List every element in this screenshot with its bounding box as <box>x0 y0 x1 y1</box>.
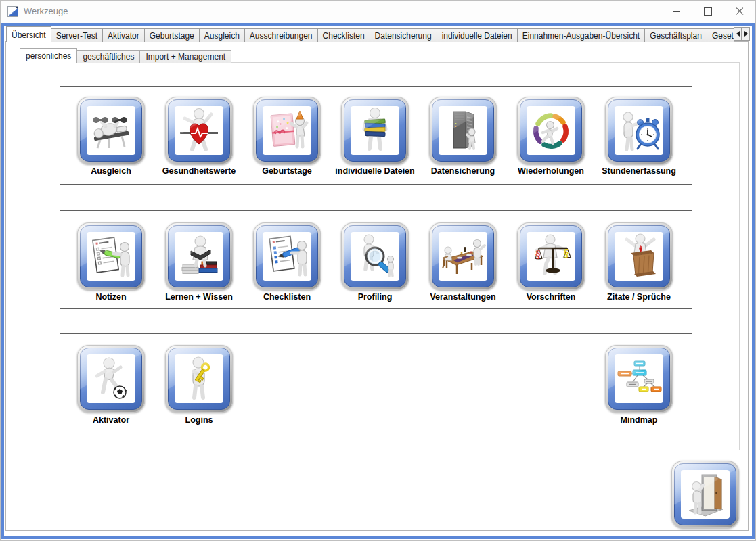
sub-tab-import-management[interactable]: Import + Management <box>139 50 231 63</box>
close-icon <box>735 7 744 16</box>
main-tab-einnahmen-ausgaben-uebersicht[interactable]: Einnahmen-Ausgaben-Übersicht <box>517 28 645 42</box>
exit-door-icon <box>681 470 730 519</box>
svg-text:§: § <box>535 249 540 260</box>
stundenerfassung-icon <box>615 106 663 155</box>
tab-scroll-left-button[interactable] <box>734 27 742 41</box>
sub-tab-persoenliches[interactable]: persönliches <box>20 48 77 63</box>
svg-text:§: § <box>564 248 569 258</box>
main-tab-server-test[interactable]: Server-Test <box>51 28 103 42</box>
group-box-3: AktivatorLoginsMindmap <box>60 333 692 433</box>
wiederholungen-icon <box>527 106 575 155</box>
tool-button-label-aktivator: Aktivator <box>66 415 156 425</box>
mindmap-icon <box>615 354 663 403</box>
window-title: Werkzeuge <box>24 6 68 16</box>
tool-button-individuelle-dateien[interactable] <box>341 97 409 164</box>
tool-button-checklisten[interactable] <box>253 222 321 290</box>
tool-button-label-stundenerfassung: Stundenerfassung <box>594 166 684 176</box>
main-tab-strip: ÜbersichtServer-TestAktivatorGeburtstage… <box>6 26 734 42</box>
maximize-button[interactable] <box>692 1 724 22</box>
ausgleich-icon <box>87 106 135 155</box>
main-tab-ausschreibungen[interactable]: Ausschreibungen <box>244 28 318 42</box>
tool-button-mindmap[interactable] <box>605 345 673 413</box>
sub-tab-geschaeftliches[interactable]: geschäftliches <box>76 50 140 63</box>
main-tab-geschaeftsplan[interactable]: Geschäftsplan <box>644 28 707 42</box>
tool-button-label-veranstaltungen: Veranstaltungen <box>418 292 508 302</box>
tab-scroll-right-button[interactable] <box>742 27 750 41</box>
tool-button-stundenerfassung[interactable] <box>605 97 673 164</box>
tab-scroll-right-icon <box>744 31 748 37</box>
tool-button-label-logins: Logins <box>154 415 244 425</box>
main-tab-uebersicht[interactable]: Übersicht <box>6 26 51 42</box>
maximize-icon <box>704 7 712 16</box>
app-logo-icon <box>7 6 18 17</box>
tool-button-label-wiederholungen: Wiederholungen <box>506 166 596 176</box>
tool-button-ausgleich[interactable] <box>77 97 145 164</box>
main-tab-individuelle-dateien[interactable]: individuelle Dateien <box>437 28 518 42</box>
notizen-icon <box>87 232 135 281</box>
minimize-button[interactable] <box>661 1 692 22</box>
group-box-2: NotizenLernen + WissenChecklistenProfili… <box>60 210 692 309</box>
tool-button-label-zitate-sprueche: Zitate / Sprüche <box>594 292 684 302</box>
tool-button-label-ausgleich: Ausgleich <box>66 166 156 176</box>
tool-button-label-profiling: Profiling <box>330 292 420 302</box>
tool-button-wiederholungen[interactable] <box>517 97 585 164</box>
tool-button-geburtstage[interactable] <box>253 97 321 164</box>
tool-button-gesundheitswerte[interactable] <box>165 97 233 164</box>
main-tab-aktivator[interactable]: Aktivator <box>102 28 145 42</box>
gesundheitswerte-icon <box>175 106 223 155</box>
werkzeuge-window: Werkzeuge ÜbersichtServer-TestAktivatorG… <box>0 0 756 541</box>
minimize-icon <box>673 11 680 12</box>
close-button[interactable] <box>724 1 755 22</box>
zitate-sprueche-icon <box>615 232 663 281</box>
tool-button-notizen[interactable] <box>77 222 145 290</box>
tool-button-lernen-wissen[interactable] <box>165 222 233 290</box>
lernen-wissen-icon <box>175 232 223 281</box>
tool-button-label-geburtstage: Geburtstage <box>242 166 332 176</box>
main-tab-datensicherung[interactable]: Datensicherung <box>370 28 437 42</box>
tool-button-label-datensicherung: Datensicherung <box>418 166 508 176</box>
checklisten-icon <box>263 232 311 281</box>
tool-button-label-mindmap: Mindmap <box>594 415 684 425</box>
aktivator-icon <box>87 354 135 403</box>
tool-button-label-individuelle-dateien: individuelle Dateien <box>330 166 420 176</box>
group-box-1: AusgleichGesundheitswerteGeburtstageindi… <box>60 86 692 185</box>
tool-button-label-notizen: Notizen <box>66 292 156 302</box>
tool-button-label-gesundheitswerte: Gesundheitswerte <box>154 166 244 176</box>
main-tab-geburtstage[interactable]: Geburtstage <box>144 28 200 42</box>
tool-button-vorschriften[interactable]: §§ <box>517 222 585 290</box>
individuelle-dateien-icon <box>351 106 399 155</box>
tool-button-logins[interactable] <box>165 345 233 413</box>
veranstaltungen-icon <box>439 232 487 281</box>
tab-scroll-left-icon <box>736 31 740 37</box>
exit-button[interactable] <box>671 461 739 528</box>
profiling-icon <box>351 232 399 281</box>
tool-button-label-lernen-wissen: Lernen + Wissen <box>154 292 244 302</box>
tool-button-aktivator[interactable] <box>77 345 145 413</box>
vorschriften-icon: §§ <box>527 232 575 281</box>
tool-button-label-checklisten: Checklisten <box>242 292 332 302</box>
sub-tab-strip: persönlichesgeschäftlichesImport + Manag… <box>20 48 231 63</box>
datensicherung-icon <box>439 106 487 155</box>
main-tab-ausgleich[interactable]: Ausgleich <box>199 28 245 42</box>
tool-button-datensicherung[interactable] <box>429 97 497 164</box>
tool-button-zitate-sprueche[interactable] <box>605 222 673 290</box>
title-bar: Werkzeuge <box>1 1 755 23</box>
main-tab-gesetze-vorschriften[interactable]: Gesetze/Vorschriften <box>707 28 734 42</box>
tool-button-veranstaltungen[interactable] <box>429 222 497 290</box>
tool-button-label-vorschriften: Vorschriften <box>506 292 596 302</box>
geburtstage-icon <box>263 106 311 155</box>
main-tab-checklisten[interactable]: Checklisten <box>317 28 370 42</box>
logins-icon <box>175 354 223 403</box>
tool-button-profiling[interactable] <box>341 222 409 290</box>
